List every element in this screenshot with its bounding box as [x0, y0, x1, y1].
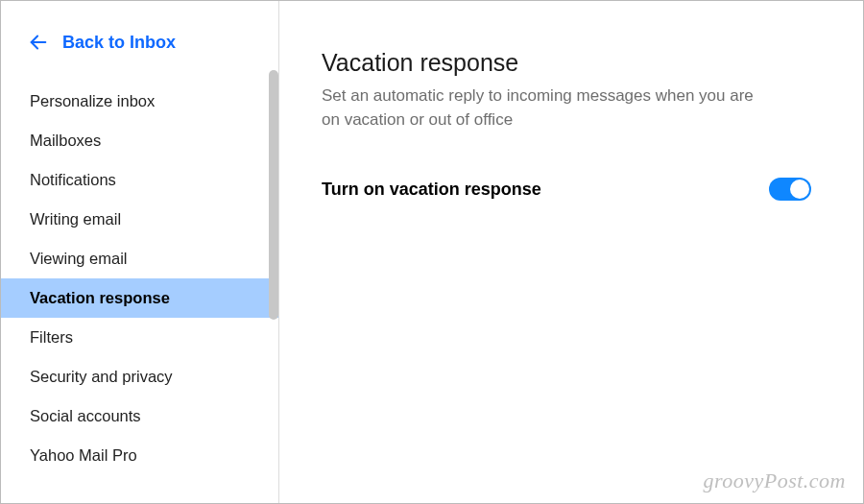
settings-nav: Personalize inbox Mailboxes Notification… — [1, 82, 278, 475]
sidebar-item-label: Notifications — [30, 171, 116, 188]
sidebar-scrollbar[interactable] — [269, 70, 278, 320]
sidebar-item-yahoo-mail-pro[interactable]: Yahoo Mail Pro — [1, 436, 278, 475]
sidebar-item-label: Writing email — [30, 210, 121, 228]
sidebar-item-security-privacy[interactable]: Security and privacy — [1, 357, 278, 396]
sidebar-item-viewing-email[interactable]: Viewing email — [1, 239, 278, 278]
back-link-label: Back to Inbox — [62, 33, 176, 53]
main-content: Vacation response Set an automatic reply… — [279, 1, 863, 503]
sidebar-item-personalize-inbox[interactable]: Personalize inbox — [1, 82, 278, 121]
toggle-label: Turn on vacation response — [322, 180, 541, 200]
settings-sidebar: Back to Inbox Personalize inbox Mailboxe… — [1, 1, 279, 503]
arrow-left-icon — [28, 32, 49, 53]
vacation-response-toggle[interactable] — [769, 178, 811, 201]
sidebar-item-writing-email[interactable]: Writing email — [1, 200, 278, 239]
toggle-knob — [790, 180, 809, 199]
page-description: Set an automatic reply to incoming messa… — [322, 84, 773, 132]
sidebar-item-vacation-response[interactable]: Vacation response — [1, 278, 278, 318]
page-title: Vacation response — [322, 49, 821, 77]
sidebar-item-label: Social accounts — [30, 407, 141, 424]
sidebar-item-label: Mailboxes — [30, 132, 101, 149]
watermark: groovyPost.com — [703, 468, 846, 493]
back-to-inbox-link[interactable]: Back to Inbox — [1, 9, 278, 76]
sidebar-item-social-accounts[interactable]: Social accounts — [1, 396, 278, 436]
sidebar-item-label: Personalize inbox — [30, 92, 155, 109]
sidebar-item-mailboxes[interactable]: Mailboxes — [1, 121, 278, 160]
sidebar-item-label: Security and privacy — [30, 368, 173, 385]
sidebar-item-notifications[interactable]: Notifications — [1, 160, 278, 200]
sidebar-item-label: Viewing email — [30, 250, 128, 267]
sidebar-item-label: Vacation response — [30, 289, 170, 306]
sidebar-item-label: Yahoo Mail Pro — [30, 446, 137, 464]
vacation-response-toggle-row: Turn on vacation response — [322, 178, 811, 201]
sidebar-item-label: Filters — [30, 328, 73, 346]
sidebar-item-filters[interactable]: Filters — [1, 318, 278, 357]
